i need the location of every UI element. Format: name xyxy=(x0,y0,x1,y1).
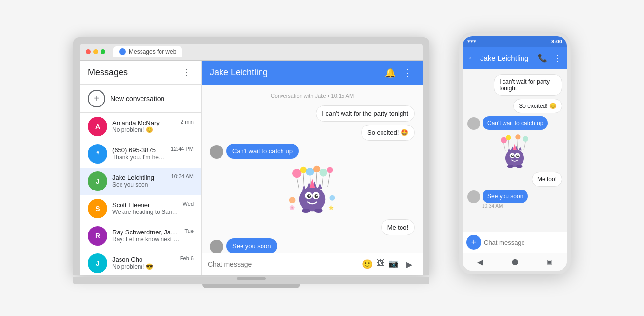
contact-item-jake[interactable]: J Jake Leichtling See you soon 10:34 AM xyxy=(80,168,201,195)
svg-point-34 xyxy=(523,136,528,141)
avatar: S xyxy=(88,199,107,218)
contact-time: Tue xyxy=(184,226,194,234)
contact-info: Scott Fleener We are heading to San Fran… xyxy=(112,201,178,215)
svg-line-11 xyxy=(328,173,330,187)
laptop-screen: Messages for web Messages ⋮ + New conver… xyxy=(73,37,429,275)
svg-line-35 xyxy=(504,143,505,151)
contact-time: 10:34 AM xyxy=(171,171,194,179)
image-icon[interactable]: 🖼 xyxy=(377,259,384,270)
svg-point-49 xyxy=(512,155,514,156)
svg-text:⭐: ⭐ xyxy=(328,204,334,210)
contact-info: Jake Leichtling See you soon xyxy=(112,174,166,188)
browser-chrome: Messages for web xyxy=(80,44,423,61)
send-button[interactable]: ▶ xyxy=(402,257,417,272)
phone-sender-avatar xyxy=(467,117,480,130)
nav-back-button[interactable]: ◀ xyxy=(477,257,483,267)
message-bubble: See you soon xyxy=(226,238,277,253)
contact-info: Amanda McNary No problem! 😊 xyxy=(112,119,176,133)
status-left-icons: ▾▾▾ xyxy=(467,38,476,44)
sidebar-header: Messages ⋮ xyxy=(80,61,201,85)
svg-point-31 xyxy=(501,137,507,143)
phone-message-row: I can't wait for party tonight xyxy=(467,74,562,96)
monster-sticker-svg: 🌸 ⭐ xyxy=(283,165,342,213)
contact-name: Ray Schwerdtner, Jason Tzou xyxy=(112,229,180,236)
avatar: # xyxy=(88,144,107,164)
notification-button[interactable]: 🔔 xyxy=(383,66,397,80)
chat-messages: Conversation with Jake • 10:15 AM I can'… xyxy=(202,85,423,253)
add-icon: + xyxy=(88,90,105,107)
laptop-notch xyxy=(237,277,266,280)
svg-text:🌸: 🌸 xyxy=(289,204,295,210)
nav-recent-button[interactable]: ▣ xyxy=(547,258,552,265)
laptop: Messages for web Messages ⋮ + New conver… xyxy=(73,37,429,284)
phone-message-bubble: Can't wait to catch up xyxy=(483,116,548,130)
contact-name: Amanda McNary xyxy=(112,119,176,126)
svg-point-28 xyxy=(329,195,335,200)
browser: Messages for web Messages ⋮ + New conver… xyxy=(80,44,423,275)
chat-more-button[interactable]: ⋮ xyxy=(401,66,415,80)
contact-time: Wed xyxy=(183,199,194,207)
phone-more-button[interactable]: ⋮ xyxy=(553,53,562,63)
contact-info: (650) 695-3875 Thank you. I'm heading ho… xyxy=(112,147,166,161)
dot-yellow[interactable] xyxy=(93,49,98,54)
phone-message-group: See you soon 10:34 AM xyxy=(467,190,562,209)
chat-header-name: Jake Leichtling xyxy=(210,67,268,78)
svg-marker-40 xyxy=(508,147,510,151)
phone-add-button[interactable]: + xyxy=(466,235,481,250)
dot-green[interactable] xyxy=(101,49,105,54)
contact-item[interactable]: A Amanda McNary No problem! 😊 2 min xyxy=(80,113,201,140)
phone-chat-input[interactable] xyxy=(484,239,566,246)
chat-input[interactable] xyxy=(208,260,358,268)
svg-marker-16 xyxy=(318,183,322,189)
svg-line-10 xyxy=(322,176,323,188)
emoji-icon[interactable]: 🙂 xyxy=(362,259,373,270)
sidebar-menu-button[interactable]: ⋮ xyxy=(180,65,194,79)
photo-icon[interactable]: 📷 xyxy=(388,259,398,270)
phone-messages: I can't wait for party tonight So excite… xyxy=(463,69,567,232)
contact-preview: No problem! 😎 xyxy=(112,263,175,270)
laptop-base xyxy=(73,277,429,284)
contact-preview: Ray: Let me know next time xyxy=(112,236,180,243)
contact-item[interactable]: R Ray Schwerdtner, Jason Tzou Ray: Let m… xyxy=(80,222,201,250)
svg-point-51 xyxy=(507,165,514,168)
svg-point-39 xyxy=(505,149,524,167)
contact-item[interactable]: # (650) 695-3875 Thank you. I'm heading … xyxy=(80,140,201,168)
phone-message-bubble: I can't wait for party tonight xyxy=(494,74,562,96)
svg-point-50 xyxy=(517,155,519,156)
browser-tab[interactable]: Messages for web xyxy=(113,46,182,57)
contact-list: A Amanda McNary No problem! 😊 2 min # xyxy=(80,113,201,275)
back-button[interactable]: ← xyxy=(467,53,476,63)
chat-input-bar: 🙂 🖼 📷 ▶ xyxy=(202,253,423,275)
browser-dots xyxy=(86,49,105,54)
contact-time: 12:44 PM xyxy=(171,144,194,152)
svg-point-32 xyxy=(506,135,511,140)
phone-call-button[interactable]: 📞 xyxy=(538,53,547,63)
message-bubble: Me too! xyxy=(381,219,415,235)
new-conversation-button[interactable]: + New conversation xyxy=(80,85,201,113)
svg-point-4 xyxy=(320,169,327,176)
svg-point-0 xyxy=(292,169,301,178)
svg-line-37 xyxy=(517,139,518,149)
contact-info: Ray Schwerdtner, Jason Tzou Ray: Let me … xyxy=(112,229,180,243)
contact-item[interactable]: S Scott Fleener We are heading to San Fr… xyxy=(80,195,201,222)
phone-nav-bar: ◀ ⬤ ▣ xyxy=(463,253,567,271)
nav-home-button[interactable]: ⬤ xyxy=(512,258,518,265)
svg-point-25 xyxy=(302,209,310,213)
contact-name: Jake Leichtling xyxy=(112,174,166,181)
contact-time: 2 min xyxy=(181,117,194,125)
input-icons: 🙂 🖼 📷 xyxy=(362,259,398,270)
wifi-icon: ▾▾▾ xyxy=(467,38,476,44)
contact-preview: No problem! 😊 xyxy=(112,126,176,133)
avatar: R xyxy=(88,226,107,246)
contact-time: Feb 6 xyxy=(180,253,194,261)
avatar: A xyxy=(88,117,107,136)
avatar: J xyxy=(88,171,107,191)
svg-point-5 xyxy=(327,167,333,173)
dot-red[interactable] xyxy=(86,49,91,54)
phone-send-button[interactable]: ▶ xyxy=(569,238,571,247)
svg-marker-13 xyxy=(302,184,306,190)
phone-message-bubble: Me too! xyxy=(532,172,562,187)
contact-item[interactable]: J Jason Cho No problem! 😎 Feb 6 xyxy=(80,250,201,275)
phone-message-row: Can't wait to catch up xyxy=(467,116,562,130)
phone-message-row: So excited! 😊 xyxy=(467,99,562,113)
